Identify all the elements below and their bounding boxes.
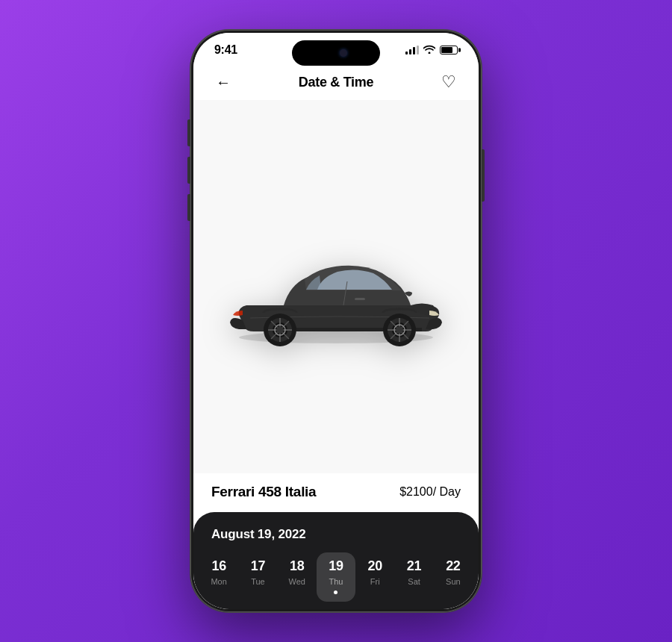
day-number: 17	[251, 558, 265, 574]
car-price: $2100/ Day	[399, 485, 461, 499]
price-period: / Day	[433, 485, 461, 498]
day-name: Sun	[446, 577, 461, 586]
svg-point-9	[396, 326, 403, 334]
selected-dot	[334, 590, 337, 594]
day-name: Sat	[408, 577, 420, 586]
day-number: 22	[446, 558, 460, 574]
page-header: ← Date & Time ♡	[193, 61, 479, 100]
calendar-grid: 16Mon17Tue18Wed19Thu20Fri21Sat22Sun	[193, 552, 479, 602]
back-button[interactable]: ←	[211, 70, 235, 94]
day-number: 18	[290, 558, 304, 574]
calendar-day[interactable]: 20Fri	[355, 552, 394, 602]
wifi-icon	[423, 45, 435, 56]
car-image-container	[193, 100, 479, 473]
day-name: Tue	[251, 577, 265, 586]
calendar-day[interactable]: 17Tue	[238, 552, 277, 602]
price-amount: 2100	[406, 485, 433, 498]
phone-frame: 9:41	[190, 30, 482, 612]
page-title: Date & Time	[299, 75, 373, 90]
day-name: Fri	[370, 577, 380, 586]
battery-icon	[440, 46, 458, 54]
status-icons	[405, 45, 458, 56]
phone-screen: 9:41	[193, 33, 479, 609]
calendar-date-label: August 19, 2022	[193, 527, 479, 552]
svg-rect-20	[355, 298, 365, 300]
calendar-day[interactable]: 19Thu	[317, 552, 355, 602]
day-number: 16	[211, 558, 225, 574]
favorite-button[interactable]: ♡	[437, 70, 461, 94]
dynamic-island	[292, 40, 380, 66]
price-symbol: $	[399, 485, 406, 498]
calendar-day[interactable]: 18Wed	[278, 552, 317, 602]
signal-icon	[405, 46, 419, 54]
day-number: 21	[407, 558, 421, 574]
heart-icon: ♡	[441, 72, 456, 92]
calendar-day[interactable]: 16Mon	[199, 552, 238, 602]
camera-dot	[340, 49, 347, 57]
calendar-section: August 19, 2022 16Mon17Tue18Wed19Thu20Fr…	[193, 512, 479, 609]
back-arrow-icon: ←	[216, 75, 231, 90]
day-name: Mon	[211, 577, 226, 586]
calendar-day[interactable]: 22Sun	[434, 552, 473, 602]
status-time: 9:41	[214, 43, 237, 57]
day-name: Wed	[288, 577, 305, 586]
white-content: ← Date & Time ♡	[193, 61, 479, 609]
status-bar: 9:41	[193, 33, 479, 61]
day-name: Thu	[329, 577, 343, 586]
day-number: 20	[368, 558, 382, 574]
car-svg	[209, 227, 463, 346]
car-name: Ferrari 458 Italia	[211, 484, 316, 500]
day-number: 19	[329, 558, 343, 574]
car-image	[208, 107, 464, 466]
svg-point-18	[276, 326, 284, 334]
car-info: Ferrari 458 Italia $2100/ Day	[193, 473, 479, 512]
calendar-day[interactable]: 21Sat	[394, 552, 433, 602]
